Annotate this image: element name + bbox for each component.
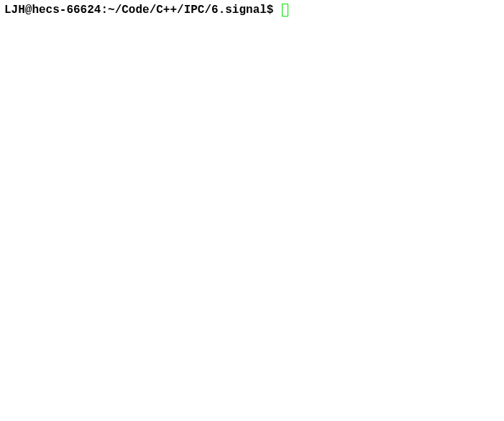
cursor-icon: [282, 4, 288, 17]
shell-prompt: LJH@hecs-66624:~/Code/C++/IPC/6.signal$: [4, 3, 280, 17]
terminal-line[interactable]: LJH@hecs-66624:~/Code/C++/IPC/6.signal$: [4, 3, 500, 17]
